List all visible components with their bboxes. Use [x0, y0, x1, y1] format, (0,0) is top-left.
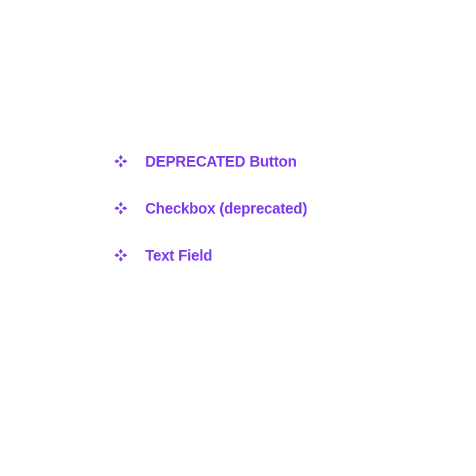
component-icon [113, 201, 129, 216]
component-list: DEPRECATED Button Checkbox (deprecated) … [113, 153, 307, 264]
component-icon [113, 154, 129, 169]
component-label: Checkbox (deprecated) [145, 200, 307, 217]
component-item-deprecated-button[interactable]: DEPRECATED Button [113, 153, 307, 170]
component-icon [113, 248, 129, 263]
component-label: Text Field [145, 247, 212, 264]
component-item-checkbox-deprecated[interactable]: Checkbox (deprecated) [113, 200, 307, 217]
component-label: DEPRECATED Button [145, 153, 296, 170]
component-item-text-field[interactable]: Text Field [113, 247, 307, 264]
